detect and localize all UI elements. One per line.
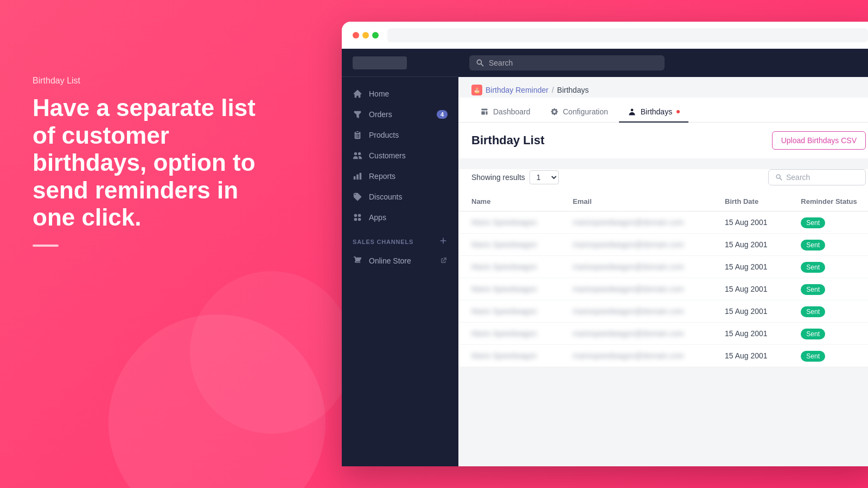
- status-badge: Sent: [801, 262, 825, 273]
- breadcrumb-app-icon: 🎂: [471, 85, 482, 95]
- home-icon: [353, 89, 362, 99]
- cell-reminder-status: Sent: [788, 278, 868, 300]
- search-bar[interactable]: Search: [469, 55, 665, 70]
- browser-window: Home Orders 4 Products: [342, 22, 868, 466]
- sidebar-item-orders[interactable]: Orders 4: [342, 104, 458, 125]
- sidebar-item-discounts[interactable]: Discounts: [342, 187, 458, 207]
- results-per-page-select[interactable]: 1 10 25 50: [529, 170, 559, 184]
- sales-channels-title: SALES CHANNELS: [353, 239, 439, 245]
- breadcrumb-separator: /: [552, 86, 554, 94]
- cell-name: Mario Speedwagon: [458, 278, 560, 300]
- sidebar-item-customers[interactable]: Customers: [342, 145, 458, 166]
- cell-birth-date: 15 Aug 2001: [712, 234, 788, 256]
- cell-reminder-status: Sent: [788, 323, 868, 345]
- sales-channels-header: SALES CHANNELS: [342, 228, 458, 251]
- cell-name: Mario Speedwagon: [458, 323, 560, 345]
- birthdays-icon: [628, 107, 636, 116]
- cell-email: mariospeedwagon@domain.com: [560, 278, 712, 300]
- cell-birth-date: 15 Aug 2001: [712, 345, 788, 367]
- cell-birth-date: 15 Aug 2001: [712, 256, 788, 278]
- showing-results-label: Showing results: [471, 173, 525, 182]
- cell-reminder-status: Sent: [788, 234, 868, 256]
- col-header-email: Email: [560, 192, 712, 211]
- cell-reminder-status: Sent: [788, 300, 868, 323]
- discounts-icon: [353, 192, 362, 202]
- sidebar: Home Orders 4 Products: [342, 49, 458, 466]
- reports-icon: [353, 171, 362, 181]
- top-bar: Search: [458, 49, 868, 77]
- left-panel-subtitle: Birthday List: [33, 76, 282, 86]
- browser-address-bar[interactable]: [387, 28, 868, 42]
- table-search-icon: [775, 174, 783, 181]
- content-area: 🎂 Birthday Reminder / Birthdays Dashboar…: [458, 77, 868, 466]
- status-badge: Sent: [801, 329, 825, 339]
- orders-icon: [353, 110, 362, 119]
- bg-decoration-circle-2: [190, 271, 353, 434]
- config-icon: [550, 107, 559, 116]
- col-header-reminder-status: Reminder Status: [788, 192, 868, 211]
- col-header-birth-date: Birth Date: [712, 192, 788, 211]
- orders-badge: 4: [437, 110, 448, 119]
- sidebar-logo: [342, 49, 458, 77]
- sidebar-nav: Home Orders 4 Products: [342, 77, 458, 466]
- sidebar-item-label-discounts: Discounts: [369, 192, 402, 201]
- left-panel-divider: [33, 245, 59, 247]
- sidebar-item-label-orders: Orders: [369, 110, 392, 119]
- main-content: Search 🎂 Birthday Reminder / Birthdays: [458, 49, 868, 466]
- status-badge: Sent: [801, 217, 825, 228]
- browser-dot-yellow[interactable]: [362, 32, 369, 38]
- table-row: Mario Speedwagonmariospeedwagon@domain.c…: [458, 234, 868, 256]
- cell-email: mariospeedwagon@domain.com: [560, 300, 712, 323]
- browser-dot-red[interactable]: [353, 32, 359, 38]
- upload-birthdays-csv-button[interactable]: Upload Birthdays CSV: [772, 131, 866, 150]
- showing-results: Showing results 1 10 25 50: [471, 170, 559, 184]
- breadcrumb-current-page: Birthdays: [557, 86, 589, 94]
- table-row: Mario Speedwagonmariospeedwagon@domain.c…: [458, 211, 868, 234]
- sidebar-item-label-customers: Customers: [369, 151, 406, 160]
- logo: [353, 56, 407, 69]
- tab-birthdays-dot: [676, 110, 680, 113]
- left-panel: Birthday List Have a separate list of cu…: [33, 76, 282, 247]
- sidebar-item-online-store[interactable]: Online Store: [342, 251, 458, 271]
- status-badge: Sent: [801, 306, 825, 317]
- cell-birth-date: 15 Aug 2001: [712, 278, 788, 300]
- col-header-name: Name: [458, 192, 560, 211]
- cell-name: Mario Speedwagon: [458, 345, 560, 367]
- cell-name: Mario Speedwagon: [458, 300, 560, 323]
- cell-email: mariospeedwagon@domain.com: [560, 211, 712, 234]
- customers-icon: [353, 151, 362, 160]
- browser-dots: [353, 32, 379, 38]
- table-search-bar[interactable]: Search: [768, 169, 866, 185]
- table-row: Mario Speedwagonmariospeedwagon@domain.c…: [458, 256, 868, 278]
- cell-email: mariospeedwagon@domain.com: [560, 256, 712, 278]
- sidebar-item-home[interactable]: Home: [342, 84, 458, 104]
- sidebar-item-label-online-store: Online Store: [369, 256, 411, 265]
- app-container: Home Orders 4 Products: [342, 49, 868, 466]
- sidebar-item-label-reports: Reports: [369, 172, 395, 181]
- sidebar-item-apps[interactable]: Apps: [342, 207, 458, 228]
- cell-name: Mario Speedwagon: [458, 234, 560, 256]
- tab-birthdays[interactable]: Birthdays: [619, 102, 688, 123]
- tab-dashboard-label: Dashboard: [493, 107, 531, 116]
- sidebar-item-products[interactable]: Products: [342, 125, 458, 145]
- status-badge: Sent: [801, 240, 825, 251]
- sidebar-item-reports[interactable]: Reports: [342, 166, 458, 187]
- page-title: Birthday List: [471, 133, 544, 147]
- store-icon: [353, 256, 362, 266]
- breadcrumb: 🎂 Birthday Reminder / Birthdays: [458, 77, 868, 95]
- table-search-placeholder: Search: [786, 173, 810, 182]
- tab-configuration[interactable]: Configuration: [541, 102, 617, 123]
- cell-email: mariospeedwagon@domain.com: [560, 345, 712, 367]
- search-bar-label: Search: [489, 59, 513, 67]
- add-channel-button[interactable]: [439, 236, 448, 247]
- breadcrumb-app-name[interactable]: Birthday Reminder: [486, 86, 548, 94]
- status-badge: Sent: [801, 351, 825, 362]
- browser-dot-green[interactable]: [372, 32, 379, 38]
- tab-dashboard[interactable]: Dashboard: [471, 102, 539, 123]
- external-link-icon: [440, 256, 448, 266]
- table-row: Mario Speedwagonmariospeedwagon@domain.c…: [458, 345, 868, 367]
- page-header: Birthday List Upload Birthdays CSV: [458, 123, 868, 158]
- birthday-table: Name Email Birth Date Reminder Status Ma…: [458, 192, 868, 367]
- products-icon: [353, 130, 362, 140]
- cell-name: Mario Speedwagon: [458, 256, 560, 278]
